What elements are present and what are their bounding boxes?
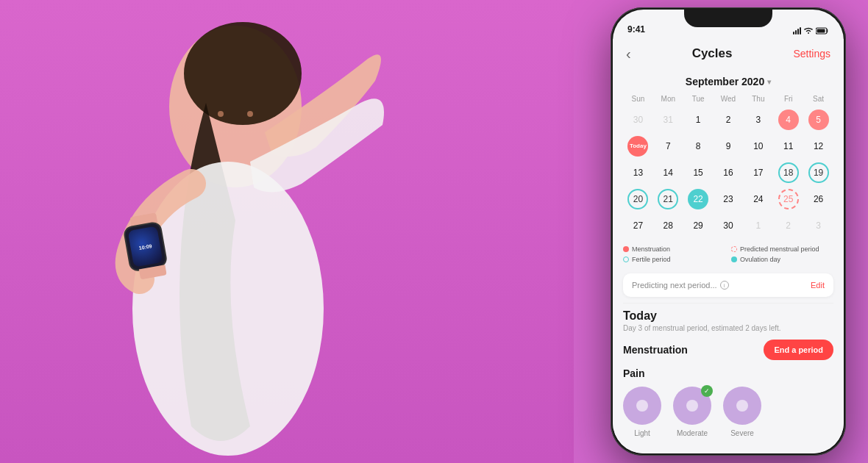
settings-button[interactable]: Settings <box>793 48 830 60</box>
cal-day-fertile[interactable]: 18 <box>773 160 803 185</box>
cal-day[interactable]: 17 <box>743 160 773 185</box>
phone-body: 9:41 <box>611 7 846 456</box>
cal-day-fertile[interactable]: 19 <box>803 160 833 185</box>
cal-day-fertile[interactable]: 20 <box>623 187 653 212</box>
cal-day-ovulation[interactable]: 22 <box>683 187 714 212</box>
navigation-bar: ‹ Cycles Settings <box>613 39 844 68</box>
cal-day-today[interactable]: Today <box>623 134 653 159</box>
cal-day[interactable]: 27 <box>623 213 653 238</box>
cal-day[interactable]: 10 <box>743 134 773 159</box>
cal-dow-thu: Thu <box>743 93 773 104</box>
cal-dow-tue: Tue <box>683 93 714 104</box>
cal-day[interactable]: 23 <box>714 187 744 212</box>
cal-day[interactable]: 9 <box>714 134 744 159</box>
svg-point-4 <box>247 111 253 117</box>
svg-rect-6 <box>817 29 825 33</box>
cal-day[interactable]: 24 <box>743 187 773 212</box>
smartwatch: 10:09 <box>121 209 174 269</box>
pain-light-label: Light <box>634 429 650 437</box>
predicting-bar: Predicting next period... i Edit <box>623 273 833 297</box>
calendar-legend: Menstruation Predicted menstrual period … <box>613 238 844 268</box>
cal-day[interactable]: 31 <box>653 107 683 132</box>
cal-day-menstrual[interactable]: 5 <box>803 107 833 132</box>
status-time: 9:41 <box>627 24 645 35</box>
pain-moderate-dot <box>686 400 698 412</box>
legend-menstruation: Menstruation <box>623 245 725 253</box>
pain-severe-dot <box>736 400 748 412</box>
predicting-text: Predicting next period... i <box>632 281 729 290</box>
cal-day[interactable]: 2 <box>773 213 803 238</box>
cal-day[interactable]: 1 <box>683 107 714 132</box>
predicting-label: Predicting next period... <box>632 281 717 290</box>
cal-day[interactable]: 28 <box>653 213 683 238</box>
cal-day[interactable]: 13 <box>623 160 653 185</box>
cal-day[interactable]: 15 <box>683 160 714 185</box>
cal-dow-mon: Mon <box>653 93 683 104</box>
pain-light-dot <box>636 400 648 412</box>
cal-day[interactable]: 3 <box>803 213 833 238</box>
status-icons <box>793 27 829 35</box>
today-subtitle: Day 3 of menstrual period, estimated 2 d… <box>623 324 833 332</box>
legend-menstruation-label: Menstruation <box>632 245 670 253</box>
cal-day[interactable]: 11 <box>773 134 803 159</box>
cal-day[interactable]: 7 <box>653 134 683 159</box>
pain-light-circle[interactable] <box>623 387 661 425</box>
legend-ovulation: Ovulation day <box>731 256 833 263</box>
svg-point-3 <box>218 111 224 117</box>
menstruation-row: Menstruation End a period <box>623 340 833 360</box>
svg-point-1 <box>184 22 302 125</box>
pain-options: Light Moderate <box>623 387 833 437</box>
pain-light[interactable]: Light <box>623 387 661 437</box>
back-button[interactable]: ‹ <box>626 46 631 62</box>
watch-time: 10:09 <box>138 243 152 251</box>
pain-moderate-circle[interactable] <box>673 387 711 425</box>
legend-fertile-label: Fertile period <box>632 256 671 263</box>
pain-severe[interactable]: Severe <box>723 387 761 437</box>
cal-day[interactable]: 30 <box>714 213 744 238</box>
cal-day-predicted[interactable]: 25 <box>773 187 803 212</box>
phone-mockup: 9:41 <box>611 7 846 456</box>
cal-day[interactable]: 12 <box>803 134 833 159</box>
legend-predicted-label: Predicted menstrual period <box>740 245 819 253</box>
cal-dow-fri: Fri <box>773 93 803 104</box>
cal-day[interactable]: 3 <box>743 107 773 132</box>
calendar: Sun Mon Tue Wed Thu Fri Sat 30 31 1 2 <box>613 93 844 238</box>
signal-icon <box>793 27 801 35</box>
month-title: September 2020 <box>686 76 764 87</box>
cal-day[interactable]: 14 <box>653 160 683 185</box>
cal-dow-wed: Wed <box>714 93 744 104</box>
end-period-button[interactable]: End a period <box>764 340 833 360</box>
cal-day[interactable]: 8 <box>683 134 714 159</box>
nav-title: Cycles <box>692 46 733 61</box>
phone-notch <box>684 10 772 27</box>
legend-dot-fertile <box>623 256 629 262</box>
cal-day-fertile[interactable]: 21 <box>653 187 683 212</box>
month-chevron-icon[interactable]: ▾ <box>767 78 771 86</box>
wifi-icon <box>804 27 813 35</box>
cal-day[interactable]: 1 <box>743 213 773 238</box>
cal-day-menstrual[interactable]: 4 <box>773 107 803 132</box>
legend-dot-menstrual <box>623 246 629 252</box>
month-header: September 2020 ▾ <box>613 68 844 93</box>
pain-severe-label: Severe <box>730 429 754 437</box>
today-title: Today <box>623 309 833 323</box>
legend-fertile: Fertile period <box>623 256 725 263</box>
cal-day[interactable]: 29 <box>683 213 714 238</box>
cal-day[interactable]: 26 <box>803 187 833 212</box>
divider <box>623 303 833 304</box>
cal-day[interactable]: 30 <box>623 107 653 132</box>
pain-severe-circle[interactable] <box>723 387 761 425</box>
edit-button[interactable]: Edit <box>811 281 825 290</box>
menstruation-label: Menstruation <box>623 344 688 356</box>
info-icon[interactable]: i <box>720 281 729 290</box>
cal-day[interactable]: 2 <box>714 107 744 132</box>
legend-dot-ovulation <box>731 256 737 262</box>
pain-title: Pain <box>623 367 833 379</box>
legend-ovulation-label: Ovulation day <box>740 256 780 263</box>
phone-screen: 9:41 <box>613 10 844 453</box>
pain-moderate[interactable]: Moderate <box>673 387 711 437</box>
cal-day[interactable]: 16 <box>714 160 744 185</box>
pain-section: Pain Light <box>623 367 833 437</box>
legend-dot-predicted <box>731 246 737 252</box>
battery-icon <box>816 27 829 35</box>
